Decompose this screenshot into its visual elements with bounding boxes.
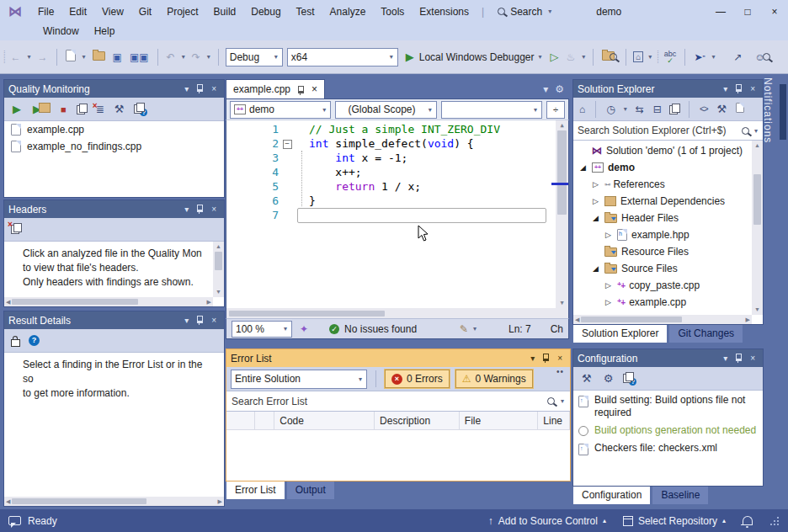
configuration-title-bar[interactable]: Configuration ▾ ×: [573, 349, 763, 367]
configuration-item[interactable]: Build options generation not needed: [573, 421, 763, 439]
solution-explorer-search[interactable]: Search Solution Explorer (Ctrl+$) ▾: [573, 121, 763, 141]
analyzed-file-row[interactable]: example.cpp: [4, 121, 224, 138]
column-header-Line[interactable]: Line: [538, 412, 570, 429]
select-repository-button[interactable]: Select Repository ▴: [623, 515, 726, 527]
navigate-forward-icon[interactable]: →: [36, 51, 50, 64]
vertical-scrollbar[interactable]: ▲ ▼: [752, 141, 763, 315]
tree-item[interactable]: ▷External Dependencies: [573, 193, 752, 210]
column-header-Description[interactable]: Description: [375, 412, 460, 429]
tree-item[interactable]: ▷⁺+example.cpp: [573, 294, 752, 311]
share-icon[interactable]: ↗: [732, 51, 743, 64]
new-project-icon[interactable]: [64, 49, 77, 65]
find-in-files-icon[interactable]: [600, 51, 619, 64]
pin-icon[interactable]: [731, 84, 747, 93]
expanded-arrow-icon[interactable]: ◢: [591, 264, 600, 273]
sync-with-active-document-icon[interactable]: ⇆: [634, 103, 646, 116]
horizontal-scrollbar[interactable]: ◀ ▶: [573, 315, 752, 324]
start-debugging-button[interactable]: ▶ Local Windows Debugger ▾: [402, 50, 545, 64]
close-icon[interactable]: ×: [311, 83, 317, 95]
minimize-button[interactable]: —: [707, 4, 734, 19]
analyzed-file-row[interactable]: example_no_findings.cpp: [4, 138, 224, 155]
menu-item-test[interactable]: Test: [289, 4, 322, 19]
tab-error-list[interactable]: Error List: [226, 481, 285, 499]
hot-reload-icon[interactable]: ♨: [565, 51, 578, 64]
code-line[interactable]: 2−int simple_defect(void) {: [226, 136, 568, 151]
spell-check-icon[interactable]: abc✓: [663, 50, 679, 65]
navigate-back-icon[interactable]: ←: [9, 51, 23, 64]
solution-explorer-window-icon[interactable]: ⌂: [633, 51, 643, 62]
warnings-toggle-button[interactable]: ⚠ 0 Warnings: [455, 370, 533, 388]
tab-example-cpp[interactable]: example.cpp ×: [226, 79, 325, 98]
help-docs-icon[interactable]: [623, 372, 636, 386]
vertical-scrollbar[interactable]: ▲ ▼: [213, 242, 224, 297]
tree-item[interactable]: ▷⁺+copy_paste.cpp: [573, 277, 752, 294]
horizontal-scrollbar[interactable]: ◀ ▶: [4, 497, 224, 506]
project-select[interactable]: ++ demo ▾: [230, 101, 331, 119]
tab-baseline[interactable]: Baseline: [652, 487, 708, 504]
horizontal-scrollbar[interactable]: ◀ ▶: [4, 297, 213, 306]
menu-item-help[interactable]: Help: [87, 24, 123, 39]
feedback-bubble-icon[interactable]: [8, 516, 21, 525]
column-header-Code[interactable]: Code: [274, 412, 375, 429]
window-position-icon[interactable]: ▾: [181, 84, 192, 93]
resize-grip[interactable]: [769, 516, 780, 526]
column-header-blank0[interactable]: [226, 412, 255, 429]
selection-mode-icon[interactable]: ➤”: [692, 51, 706, 64]
chevron-down-icon[interactable]: ▾: [581, 53, 586, 61]
undo-icon[interactable]: ↶: [165, 51, 177, 64]
code-editor[interactable]: 1// Just a simple INT_ZERO_DIV2−int simp…: [226, 120, 569, 308]
chevron-down-icon[interactable]: ▾: [623, 105, 628, 113]
run-all-files-icon[interactable]: ▶: [31, 103, 51, 115]
tree-item[interactable]: ◢++demo: [573, 159, 752, 176]
collapsed-arrow-icon[interactable]: ▷: [604, 281, 613, 290]
maximize-button[interactable]: □: [734, 4, 761, 19]
quality-monitoring-title-bar[interactable]: Quality Monitoring ▾ ×: [4, 80, 224, 98]
tab-git-changes[interactable]: Git Changes: [669, 325, 743, 343]
collapse-all-icon[interactable]: ⊟: [652, 103, 663, 116]
help-icon[interactable]: [29, 335, 40, 346]
close-icon[interactable]: ×: [747, 354, 759, 363]
switch-views-icon[interactable]: ⌂: [578, 103, 587, 116]
code-line[interactable]: 4 x++;: [226, 165, 568, 179]
notifications-bell-icon[interactable]: [743, 516, 753, 524]
copy-icon[interactable]: [669, 105, 678, 114]
pin-icon[interactable]: [298, 86, 304, 93]
code-line[interactable]: 5 return 1 / x;: [226, 179, 568, 194]
window-position-icon[interactable]: ▾: [720, 84, 731, 93]
tab-solution-explorer[interactable]: Solution Explorer: [573, 325, 667, 343]
settings-icon[interactable]: ⚒: [113, 102, 126, 116]
horizontal-scrollbar[interactable]: [226, 308, 569, 318]
menu-item-project[interactable]: Project: [159, 4, 205, 19]
send-feedback-icon[interactable]: ☺: [753, 51, 772, 64]
split-window-button[interactable]: ÷: [546, 101, 565, 119]
scope-filter-select[interactable]: Entire Solution ▾: [231, 370, 367, 389]
configuration-item[interactable]: ↑Checkers file: checkers.xml: [573, 439, 763, 457]
tree-item[interactable]: ◢Header Files: [573, 210, 752, 226]
document-options-gear-icon[interactable]: ⚙: [555, 83, 564, 95]
zoom-select[interactable]: 100 % ▾: [232, 321, 292, 338]
intellisense-icon[interactable]: ✦: [300, 323, 308, 335]
lock-icon[interactable]: [11, 339, 20, 347]
toolbar-overflow-icon[interactable]: ••: [556, 367, 566, 376]
tree-item[interactable]: ◢Source Files: [573, 260, 752, 277]
close-button[interactable]: ×: [761, 4, 788, 19]
chevron-down-icon[interactable]: ▾: [181, 53, 186, 61]
collapsed-arrow-icon[interactable]: ▷: [604, 298, 613, 306]
save-icon[interactable]: ▣: [111, 51, 124, 64]
menu-item-analyze[interactable]: Analyze: [322, 4, 374, 19]
error-list-title-bar[interactable]: Error List ▾ ×: [226, 349, 570, 367]
code-cleanup-button[interactable]: ✎ ▾: [460, 323, 477, 335]
chevron-down-icon[interactable]: ▾: [647, 53, 652, 61]
duplicate-icon[interactable]: [77, 105, 85, 114]
collapse-icon[interactable]: −: [283, 140, 292, 149]
window-position-icon[interactable]: ▾: [181, 205, 192, 214]
menu-item-tools[interactable]: Tools: [373, 4, 412, 19]
menu-item-window[interactable]: Window: [35, 24, 87, 39]
menu-item-debug[interactable]: Debug: [243, 4, 288, 19]
menu-item-edit[interactable]: Edit: [61, 4, 94, 19]
configuration-item[interactable]: ↑Build setting: Build options file not r…: [573, 391, 763, 421]
solution-configuration-select[interactable]: Debug ▾: [226, 48, 283, 66]
checkers-settings-icon[interactable]: ⚙: [602, 371, 615, 386]
column-header-File[interactable]: File: [460, 412, 539, 429]
run-analysis-icon[interactable]: ▶: [11, 102, 23, 116]
